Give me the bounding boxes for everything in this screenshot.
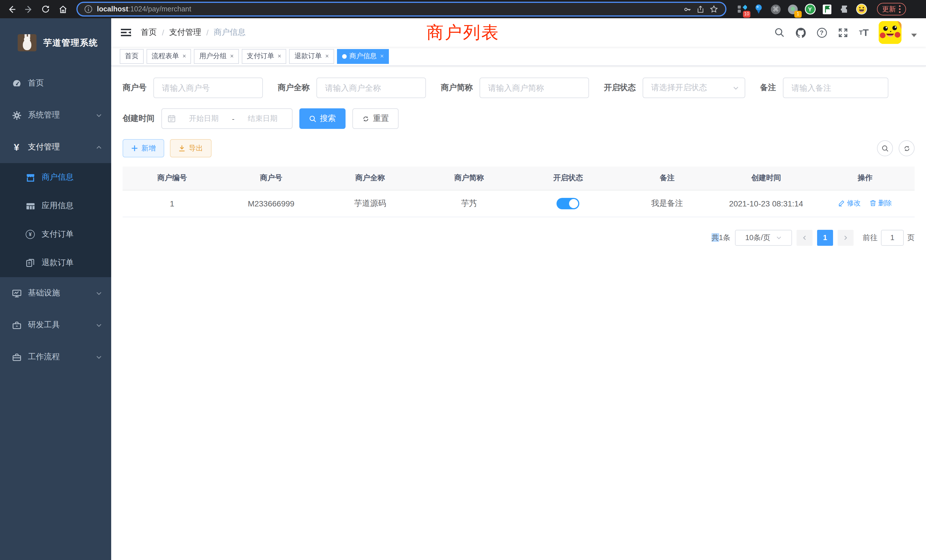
browser-menu-icon[interactable] xyxy=(899,5,901,13)
extension-grid-icon[interactable]: 10 xyxy=(735,3,747,15)
tab-user-group[interactable]: 用户分组× xyxy=(194,49,239,64)
sidebar-item-home[interactable]: 首页 xyxy=(0,67,111,99)
chevron-right-icon xyxy=(843,235,849,241)
dashboard-icon xyxy=(11,78,22,88)
sidebar-item-infrastructure[interactable]: 基础设施 xyxy=(0,277,111,309)
date-range-picker[interactable]: 开始日期 - 结束日期 xyxy=(161,108,292,129)
status-select[interactable]: 请选择开启状态 xyxy=(643,77,745,98)
extension-flag-icon[interactable] xyxy=(821,3,833,15)
calendar-icon xyxy=(168,115,176,123)
breadcrumb-pay[interactable]: 支付管理 xyxy=(169,27,201,38)
date-start-placeholder[interactable]: 开始日期 xyxy=(180,114,227,124)
url-path: :1024/pay/merchant xyxy=(128,5,191,13)
share-icon[interactable] xyxy=(696,5,705,14)
sidebar-item-pay-order[interactable]: ¥ 支付订单 xyxy=(0,220,111,249)
delete-link[interactable]: 删除 xyxy=(870,198,892,208)
sidebar-item-label: 系统管理 xyxy=(28,110,96,120)
close-icon[interactable]: × xyxy=(380,53,384,59)
y-glyph: Y xyxy=(808,6,812,12)
password-key-icon[interactable] xyxy=(683,5,691,14)
sidebar-fold-icon[interactable] xyxy=(120,27,132,38)
status-switch[interactable] xyxy=(557,198,580,209)
filter-merchant-no: 商户号 xyxy=(123,77,263,98)
github-icon[interactable] xyxy=(794,26,807,39)
add-button[interactable]: 新增 xyxy=(123,139,164,157)
page-size-select[interactable]: 10条/页 xyxy=(735,230,792,245)
browser-forward-button[interactable] xyxy=(22,2,35,16)
extension-pin-icon[interactable] xyxy=(753,3,765,15)
sidebar-item-label: 商户信息 xyxy=(42,172,102,183)
tab-merchant-info[interactable]: 商户信息× xyxy=(337,49,389,64)
avatar-caret-icon[interactable] xyxy=(911,34,917,37)
chevron-down-icon xyxy=(96,322,102,328)
browser-back-button[interactable] xyxy=(5,2,18,16)
toggle-search-button[interactable] xyxy=(877,140,893,156)
export-button[interactable]: 导出 xyxy=(170,139,212,157)
site-info-icon[interactable] xyxy=(85,5,92,13)
search-button[interactable]: 搜索 xyxy=(300,108,345,129)
tab-pay-order[interactable]: 支付订单× xyxy=(242,49,286,64)
goto-page-input[interactable] xyxy=(881,230,904,245)
reset-button[interactable]: 重置 xyxy=(353,108,399,129)
filter-short-name: 商户简称 xyxy=(441,77,589,98)
sidebar-item-label: 首页 xyxy=(28,78,102,88)
user-avatar[interactable] xyxy=(879,21,902,44)
browser-home-button[interactable] xyxy=(56,2,70,16)
sidebar-item-workflow[interactable]: 工作流程 xyxy=(0,341,111,373)
edit-link[interactable]: 修改 xyxy=(838,198,861,208)
cell-full-name: 芋道源码 xyxy=(321,190,420,217)
browser-reload-button[interactable] xyxy=(39,2,53,16)
browser-update-button[interactable]: 更新 xyxy=(877,3,906,15)
sidebar-item-merchant-info[interactable]: 商户信息 xyxy=(0,163,111,192)
short-name-input[interactable] xyxy=(480,77,589,98)
tab-home[interactable]: 首页 xyxy=(120,49,144,64)
date-end-placeholder[interactable]: 结束日期 xyxy=(239,114,286,124)
merchant-no-input[interactable] xyxy=(153,77,263,98)
table-row: 1 M233666999 芋道源码 芋艿 我是备注 2021-10-23 08:… xyxy=(123,190,915,217)
tab-refund-order[interactable]: 退款订单× xyxy=(289,49,334,64)
profile-emoji-avatar[interactable] xyxy=(855,3,867,15)
close-icon[interactable]: × xyxy=(325,53,329,59)
help-icon[interactable]: ? xyxy=(816,26,828,39)
address-bar[interactable]: localhost:1024/pay/merchant xyxy=(76,2,726,17)
filter-row-1: 商户号 商户全称 商户简称 开启状态 请选择开启状态 xyxy=(123,77,915,98)
col-merchant-no: 商户号 xyxy=(221,166,321,190)
extension-y-icon[interactable]: Y xyxy=(804,3,816,15)
close-icon[interactable]: × xyxy=(278,53,281,59)
close-icon[interactable]: × xyxy=(183,53,186,59)
font-size-icon[interactable]: TT xyxy=(858,26,870,39)
search-icon[interactable] xyxy=(773,26,786,39)
filter-remark: 备注 xyxy=(760,77,888,98)
sidebar-item-app-info[interactable]: 应用信息 xyxy=(0,192,111,220)
breadcrumb-separator: / xyxy=(162,28,164,37)
fullscreen-icon[interactable] xyxy=(837,26,849,39)
extension-command-icon[interactable]: ⌘ xyxy=(770,3,782,15)
page-number-1[interactable]: 1 xyxy=(817,230,833,245)
remark-input[interactable] xyxy=(783,77,888,98)
full-name-input[interactable] xyxy=(316,77,426,98)
sidebar-item-label: 工作流程 xyxy=(28,352,96,362)
grid-table-icon xyxy=(25,201,35,211)
sidebar-item-pay[interactable]: ¥ 支付管理 xyxy=(0,131,111,163)
tab-process-form[interactable]: 流程表单× xyxy=(147,49,191,64)
col-create-time: 创建时间 xyxy=(717,166,816,190)
url-text: localhost:1024/pay/merchant xyxy=(97,5,191,13)
bookmark-star-icon[interactable] xyxy=(709,5,719,14)
close-icon[interactable]: × xyxy=(230,53,234,59)
sidebar-item-system[interactable]: 系统管理 xyxy=(0,99,111,131)
app-logo[interactable]: 芋道管理系统 xyxy=(0,18,111,67)
refresh-table-button[interactable] xyxy=(899,140,915,156)
url-host: localhost xyxy=(97,5,128,13)
extension-puzzle-icon[interactable] xyxy=(838,3,850,15)
search-icon xyxy=(309,115,316,122)
filter-label: 创建时间 xyxy=(123,114,161,124)
extension-recorder-icon[interactable]: 1 xyxy=(787,3,799,15)
breadcrumb: 首页 / 支付管理 / 商户信息 xyxy=(141,27,246,38)
breadcrumb-home[interactable]: 首页 xyxy=(141,27,157,38)
app-title: 芋道管理系统 xyxy=(43,37,98,48)
next-page-button[interactable] xyxy=(838,230,853,245)
sidebar-item-dev-tools[interactable]: 研发工具 xyxy=(0,309,111,341)
goto-page: 前往 页 xyxy=(863,230,915,245)
prev-page-button[interactable] xyxy=(797,230,813,245)
sidebar-item-refund-order[interactable]: 退款订单 xyxy=(0,249,111,277)
